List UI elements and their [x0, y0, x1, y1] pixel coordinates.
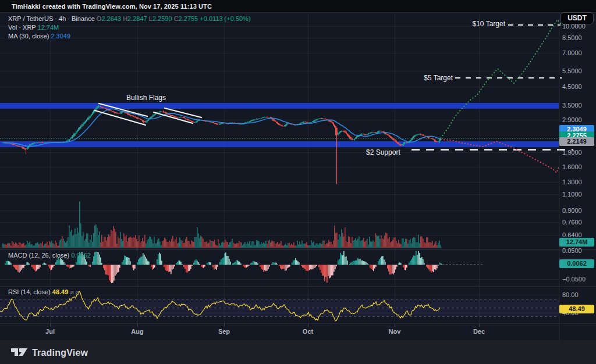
- time-axis-month-label[interactable]: Sep: [218, 328, 230, 335]
- price-axis-value-label: 48.49: [559, 305, 594, 313]
- axis-tick-label[interactable]: 0.9000: [562, 207, 582, 214]
- rsi-hide-icons[interactable]: ⌀ ⌀: [70, 289, 79, 295]
- axis-tick-label[interactable]: 1.6000: [562, 163, 582, 170]
- time-axis-month-label[interactable]: Oct: [303, 328, 313, 335]
- axis-tick-label[interactable]: 5.5000: [562, 67, 582, 74]
- ohlc-close-value: 2.2755: [179, 15, 198, 22]
- price-axis-value-label: 2.2149: [559, 137, 594, 146]
- tradingview-logo-icon: [10, 347, 28, 359]
- ohlc-close-label: C: [174, 15, 179, 22]
- volume-legend-row[interactable]: Vol · XRP 12.74M: [8, 23, 251, 31]
- ohlc-open-value: 2.2643: [101, 15, 121, 22]
- chart-legend: XRP / TetherUS · 4h · Binance O2.2643 H2…: [8, 15, 251, 41]
- axis-tick-label[interactable]: 0.0500: [562, 247, 582, 254]
- axis-tick-label[interactable]: 2.9000: [562, 116, 582, 123]
- axis-tick-label[interactable]: 80.00: [562, 291, 579, 298]
- chart-canvas[interactable]: [0, 0, 596, 364]
- ma-legend-row[interactable]: MA (30, close) 2.3049: [8, 32, 251, 40]
- time-axis-month-label[interactable]: Nov: [389, 328, 401, 335]
- axis-tick-label[interactable]: 1.1000: [562, 191, 582, 198]
- symbol-title: XRP / TetherUS · 4h · Binance: [8, 15, 95, 22]
- macd-value: 0.0062: [71, 252, 91, 259]
- rsi-value: 48.49: [52, 288, 69, 295]
- target-5-annotation[interactable]: $5 Target: [402, 74, 453, 82]
- footer-bar: [0, 340, 596, 364]
- support-2-annotation[interactable]: $2 Support: [366, 148, 400, 156]
- ma-label: MA (30, close): [8, 33, 49, 40]
- axis-tick-label[interactable]: −0.0500: [562, 276, 586, 283]
- tradingview-screenshot: TimHakki created with TradingView.com, N…: [0, 0, 596, 364]
- symbol-legend-row[interactable]: XRP / TetherUS · 4h · Binance O2.2643 H2…: [8, 15, 251, 23]
- axis-tick-label[interactable]: 1.9000: [562, 149, 582, 156]
- ma-value: 2.3049: [51, 33, 70, 40]
- rsi-title: RSI (14, close): [8, 288, 51, 295]
- tradingview-logo-text: TradingView: [32, 348, 88, 358]
- axis-tick-label[interactable]: 3.5000: [562, 102, 582, 109]
- time-axis-month-label[interactable]: Dec: [473, 328, 485, 335]
- macd-title: MACD (12, 26, close): [8, 252, 69, 259]
- time-axis-month-label[interactable]: Jul: [45, 328, 55, 335]
- axis-tick-label[interactable]: 4.5000: [562, 83, 582, 90]
- ohlc-high-label: H: [123, 15, 127, 22]
- volume-label: Vol · XRP: [8, 24, 36, 31]
- axis-tick-label[interactable]: 7.0000: [562, 49, 582, 56]
- axis-tick-label[interactable]: 0.7600: [562, 219, 582, 226]
- volume-value: 12.74M: [38, 24, 59, 31]
- change-value: +0.0113 (+0.50%): [200, 15, 250, 22]
- time-axis-month-label[interactable]: Aug: [131, 328, 143, 335]
- tradingview-logo[interactable]: TradingView: [10, 347, 88, 359]
- attribution-text: TimHakki created with TradingView.com, N…: [12, 3, 212, 10]
- attribution-bar: TimHakki created with TradingView.com, N…: [0, 0, 596, 13]
- bullish-flags-annotation[interactable]: Bullish Flags: [126, 94, 166, 102]
- rsi-legend-row[interactable]: RSI (14, close) 48.49 ⌀ ⌀: [8, 288, 79, 295]
- axis-tick-label[interactable]: 8.5000: [562, 34, 582, 41]
- price-axis-value-label: 0.0062: [559, 259, 594, 268]
- axis-tick-label[interactable]: 10.0000: [562, 23, 586, 30]
- axis-tick-label[interactable]: 1.3000: [562, 179, 582, 185]
- price-axis-value-label: 12.74M: [559, 238, 594, 247]
- ohlc-low-value: 2.2590: [152, 15, 172, 22]
- macd-legend-row[interactable]: MACD (12, 26, close) 0.0062: [8, 252, 91, 259]
- ohlc-high-value: 2.2847: [127, 15, 147, 22]
- target-10-annotation[interactable]: $10 Target: [441, 20, 505, 28]
